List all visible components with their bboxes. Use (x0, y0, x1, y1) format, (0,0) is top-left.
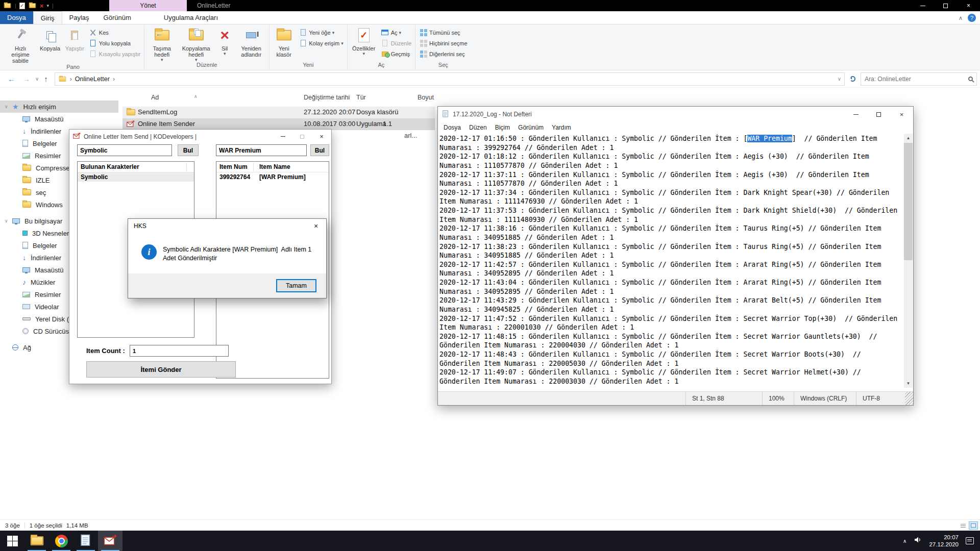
file-row-online-item-sender[interactable]: Online Item Sender 10.08.2017 03:00 Uygu… (122, 118, 435, 130)
menu-duzen[interactable]: Düzen (465, 124, 491, 131)
menu-dosya[interactable]: Dosya (439, 124, 465, 131)
resize-grip[interactable] (905, 392, 913, 405)
chevron-down-icon[interactable]: ∨ (5, 218, 8, 223)
tab-giris[interactable]: Giriş (33, 11, 62, 24)
column-item-num[interactable]: Item Num (219, 163, 253, 170)
item-search-input[interactable] (216, 144, 307, 156)
folder-icon[interactable] (4, 3, 11, 8)
copy-to-button[interactable]: Kopyalama hedefi ▾ (178, 25, 214, 62)
new-folder-icon[interactable] (29, 3, 36, 8)
address-dropdown-icon[interactable]: ∨ (838, 76, 841, 82)
scroll-down-icon[interactable]: ▼ (904, 379, 913, 388)
clock[interactable]: 20:07 27.12.2020 (929, 534, 959, 548)
column-item-name[interactable]: Item Name (259, 163, 290, 170)
scrollbar-thumb[interactable] (904, 143, 913, 260)
notepad-titlebar[interactable]: 17.12.2020_Log - Not Defteri × (438, 107, 913, 122)
characters-list-header[interactable]: Bulunan Karakterler (78, 162, 194, 172)
search-input[interactable] (865, 76, 968, 83)
select-all-button[interactable]: Tümünü seç (417, 27, 470, 38)
properties-icon[interactable]: ✓ (19, 3, 25, 9)
chevron-down-icon[interactable]: ∨ (5, 104, 8, 109)
paste-button[interactable]: Yapıştır (63, 25, 87, 52)
edit-button[interactable]: Düzenle (379, 38, 413, 48)
action-center-icon[interactable] (966, 537, 974, 544)
minimize-button[interactable] (273, 130, 292, 143)
online-letter-titlebar[interactable]: Online Letter Item Send | KODevelopers |… (69, 130, 331, 143)
copy-button[interactable]: Kopyala (37, 25, 63, 52)
close-button[interactable]: × (957, 0, 980, 11)
collapse-ribbon-icon[interactable]: ∧ (959, 15, 963, 21)
column-header-ad[interactable]: Ad (151, 94, 159, 101)
paste-shortcut-button[interactable]: Kısayolu yapıştır (87, 48, 142, 59)
column-header-boyut[interactable]: Boyut (418, 94, 434, 101)
scroll-up-icon[interactable]: ▲ (904, 134, 913, 142)
column-header-tur[interactable]: Tür (356, 94, 366, 101)
sidebar-item-quick-access[interactable]: ∨★Hızlı erişim (0, 101, 118, 113)
item-count-input[interactable] (130, 345, 229, 357)
sidebar-item-desktop[interactable]: Masaüstü (0, 113, 118, 125)
close-icon[interactable]: × (306, 219, 326, 233)
large-icons-view-toggle[interactable] (969, 521, 978, 530)
help-icon[interactable]: ? (968, 14, 976, 22)
breadcrumb[interactable]: OnlineLetter (75, 76, 110, 83)
tab-gorunum[interactable]: Görünüm (96, 11, 138, 24)
send-item-button[interactable]: İtemi Gönder (86, 361, 236, 378)
close-button[interactable]: × (312, 130, 331, 143)
open-button[interactable]: Aç ▾ (379, 27, 413, 38)
minimize-button[interactable] (844, 107, 867, 122)
invert-selection-button[interactable]: Diğerlerini seç (417, 48, 470, 59)
dialog-titlebar[interactable]: HKS × (128, 219, 326, 233)
easy-access-button[interactable]: Kolay erişim ▾ (297, 38, 346, 48)
close-button[interactable]: × (890, 107, 913, 122)
new-item-button[interactable]: Yeni öğe ▾ (297, 27, 346, 38)
find-character-button[interactable]: Bul (178, 144, 199, 156)
item-row[interactable]: 399292764 [WAR Premium] (216, 172, 329, 182)
up-icon[interactable]: ↑ (40, 74, 52, 83)
taskbar-online-item-sender[interactable] (98, 531, 122, 551)
back-icon[interactable]: ← (4, 74, 19, 83)
minimize-button[interactable] (911, 0, 934, 11)
delete-button[interactable]: × Sil ▾ (214, 25, 235, 56)
taskbar-notepad[interactable] (74, 531, 98, 551)
search-icon[interactable] (968, 77, 973, 81)
show-hidden-icons-chevron[interactable]: ∧ (903, 538, 906, 544)
start-button[interactable] (0, 531, 24, 551)
menu-yardim[interactable]: Yardım (548, 124, 575, 131)
tab-uygulama-araclari[interactable]: Uygulama Araçları (157, 11, 225, 24)
character-row[interactable]: Symbolic (78, 172, 194, 182)
column-header-degistirme-tarihi[interactable]: Değiştirme tarihi (304, 94, 350, 101)
ok-button[interactable]: Tamam (276, 279, 316, 292)
maximize-button[interactable] (867, 107, 890, 122)
address-bar[interactable]: › OnlineLetter › ∨ (55, 72, 845, 86)
maximize-button[interactable] (292, 130, 312, 143)
properties-button[interactable]: ✓ Özellikler ▾ (349, 25, 379, 56)
cut-button[interactable]: Kes (87, 27, 142, 38)
tab-dosya[interactable]: Dosya (0, 11, 33, 24)
recent-locations-icon[interactable]: ∨ (34, 76, 40, 82)
menu-gorunum[interactable]: Görünüm (514, 124, 548, 131)
details-view-toggle[interactable] (959, 521, 968, 530)
taskbar-file-explorer[interactable] (24, 531, 49, 551)
vertical-scrollbar[interactable]: ▲ ▼ (904, 134, 913, 388)
tab-paylas[interactable]: Paylaş (62, 11, 96, 24)
character-search-input[interactable] (77, 144, 172, 156)
search-box[interactable] (861, 72, 977, 86)
history-button[interactable]: Geçmiş (379, 48, 413, 59)
delete-icon[interactable]: × (40, 2, 44, 10)
maximize-button[interactable] (934, 0, 957, 11)
volume-icon[interactable] (914, 536, 922, 546)
forward-icon[interactable]: → (19, 74, 34, 83)
qat-customize-icon[interactable]: ▾ (46, 4, 49, 8)
taskbar-chrome[interactable] (49, 531, 74, 551)
menu-bicim[interactable]: Biçim (491, 124, 514, 131)
notepad-text-area[interactable]: 2020-12-17 01:16:50 : Gönderilen Kullanı… (439, 134, 903, 388)
select-none-button[interactable]: Hiçbirini seçme (417, 38, 470, 48)
manage-contextual-tab[interactable]: Yönet (109, 0, 187, 11)
refresh-icon[interactable] (850, 76, 855, 82)
new-folder-button[interactable]: Yeni klasör (271, 25, 297, 58)
find-item-button[interactable]: Bul (310, 144, 329, 156)
rename-button[interactable]: Yeniden adlandır (235, 25, 267, 58)
copy-path-button[interactable]: Yolu kopyala (87, 38, 142, 48)
pin-to-quick-access-button[interactable]: Hızlı erişime sabitle (4, 25, 37, 64)
file-row-senditemlog[interactable]: SendItemLog 27.12.2020 20:07 Dosya klasö… (122, 107, 435, 118)
